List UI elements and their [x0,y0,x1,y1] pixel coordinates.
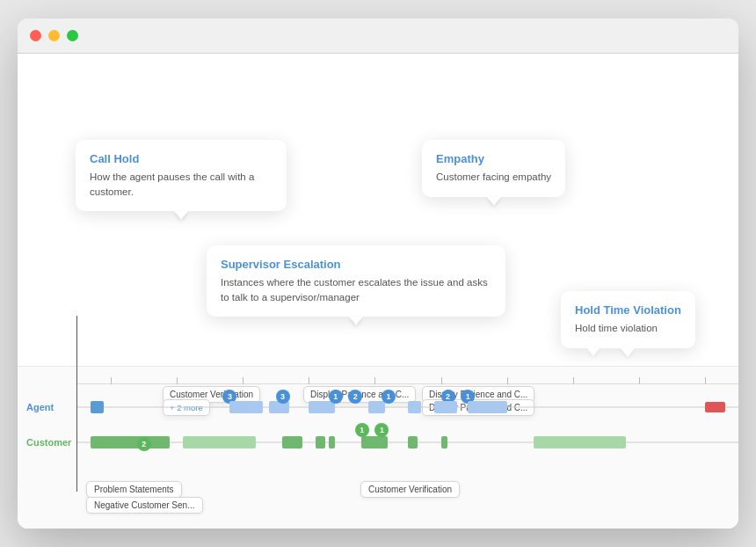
agent-seg-1 [91,401,104,413]
agent-seg-5 [368,401,385,413]
agent-badge-1b: 1 [382,390,396,404]
supervisor-title: Supervisor Escalation [221,258,491,271]
agent-track-row: Agent 3 3 [18,395,738,419]
timeline-area: Customer Verification + 2 more Display P… [18,366,738,529]
supervisor-desc: Instances where the customer escalates t… [221,275,491,304]
customer-seg-4 [316,436,325,449]
hold-time-arrow [587,348,600,356]
display-badge-num: 3 [276,390,290,404]
customer-verification-bottom-label: Customer Verification [360,481,460,498]
customer-verification-bottom-text: Customer Verification [368,485,452,494]
hold-time-card: Hold Time Violation Hold time violation [561,291,695,348]
problem-statements-text: Problem Statements [94,485,174,494]
empathy-arrow [488,197,500,205]
empathy-title: Empathy [436,152,551,165]
agent-seg-2 [229,401,263,413]
agent-seg-red [705,402,725,412]
agent-badge-1a: 1 [329,390,343,404]
agent-track: 3 3 1 2 [77,395,738,419]
titlebar [18,18,738,54]
negative-customer-text: Negative Customer Sen... [94,500,195,510]
call-hold-title: Call Hold [90,152,273,165]
agent-badge-2a: 2 [348,390,362,404]
timeline-start-line [76,316,77,492]
customer-track-row: Customer 2 1 [18,430,738,455]
customer-seg-5 [329,436,336,449]
call-hold-desc: How the agent pauses the call with a cus… [90,170,273,199]
customer-badge-2: 2 [137,437,151,451]
customer-seg-7 [408,436,418,449]
customer-seg-2 [183,436,256,449]
supervisor-escalation-card: Supervisor Escalation Instances where th… [207,245,505,317]
customer-seg-3 [282,436,302,449]
agent-seg-7 [434,401,457,413]
cust-green-badge-1: 1 [355,423,369,437]
customer-label: Customer [18,437,77,448]
problem-statements-label: Problem Statements [86,481,182,498]
customer-seg-6 [361,436,388,449]
supervisor-arrow [350,317,362,325]
empathy-desc: Customer facing empathy [436,170,551,185]
agent-label: Agent [18,402,77,412]
customer-track: 2 1 1 [77,430,738,455]
app-window: Call Hold How the agent pauses the call … [18,18,738,529]
customer-seg-1 [91,436,170,449]
cust-green-badge-2: 1 [374,423,389,437]
timeline-ruler [77,367,738,384]
negative-customer-label: Negative Customer Sen... [86,497,203,514]
agent-seg-4 [309,401,335,413]
customer-seg-8 [441,436,448,449]
main-content: Call Hold How the agent pauses the call … [18,54,738,529]
customer-seg-9 [534,436,626,449]
call-hold-card: Call Hold How the agent pauses the call … [76,140,287,211]
close-button[interactable] [30,30,41,41]
agent-seg-6 [408,401,421,413]
hold-time-title: Hold Time Violation [575,303,681,317]
maximize-button[interactable] [67,30,78,41]
hold-time-desc: Hold time violation [575,321,681,336]
empathy-card: Empathy Customer facing empathy [422,140,565,197]
minimize-button[interactable] [48,30,60,41]
agent-seg-8 [468,401,507,413]
call-hold-arrow [175,211,187,219]
